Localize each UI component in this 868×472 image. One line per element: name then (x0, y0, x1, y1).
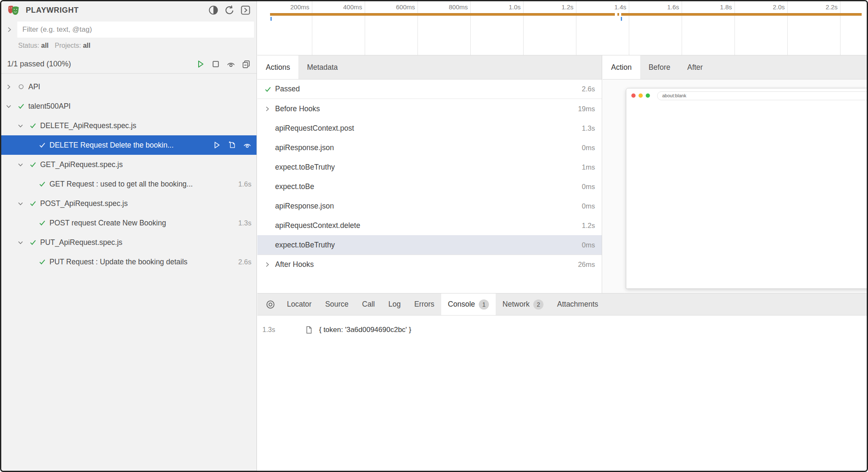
snapshot-panel: ActionBeforeAfter about:blank (603, 55, 867, 293)
check-icon (17, 102, 28, 110)
chevron-right-icon[interactable] (5, 84, 17, 90)
pick-locator-button[interactable] (260, 294, 280, 315)
chevron-right-icon[interactable] (264, 106, 275, 112)
check-icon (29, 122, 40, 129)
tree-item-label: PUT Request : Update the booking details (49, 258, 238, 266)
timeline-bar-gap (615, 13, 617, 16)
chevron-down-icon[interactable] (17, 162, 29, 168)
tab-actions-label: Actions (266, 63, 290, 72)
tab-after[interactable]: After (679, 55, 711, 79)
address-bar: about:blank (657, 91, 867, 100)
tab-log-label: Log (388, 300, 401, 309)
tree-item[interactable]: PUT_ApiRequest.spec.js (1, 233, 257, 252)
theme-toggle-icon[interactable] (208, 5, 218, 15)
check-icon (29, 161, 40, 168)
tab-call[interactable]: Call (355, 294, 382, 315)
chevron-down-icon[interactable] (17, 123, 29, 129)
tab-action-label: Action (611, 63, 632, 72)
chevron-down-icon[interactable] (17, 200, 29, 207)
tab-source[interactable]: Source (318, 294, 355, 315)
timeline-action-marker (270, 17, 272, 21)
sidebar: PLAYWRIGHT Status: all (1, 1, 257, 471)
action-row[interactable]: apiResponse.json0ms (257, 138, 602, 157)
tab-errors[interactable]: Errors (407, 294, 441, 315)
tab-before[interactable]: Before (640, 55, 679, 79)
chevron-down-icon[interactable] (17, 239, 29, 246)
test-duration: 2.6s (238, 258, 257, 266)
filter-input[interactable] (17, 22, 254, 38)
tree-item[interactable]: talent500API (1, 96, 257, 116)
tree-item[interactable]: PUT Request : Update the booking details… (1, 252, 257, 272)
action-row[interactable]: apiRequestContext.delete1.2s (257, 216, 602, 235)
tree-item[interactable]: DELETE_ApiRequest.spec.js (1, 116, 257, 135)
tree-item[interactable]: GET Request : used to get all the bookin… (1, 174, 257, 194)
action-row[interactable]: After Hooks26ms (257, 255, 602, 274)
filter-status-row[interactable]: Status: all Projects: all (1, 38, 257, 53)
check-icon (29, 200, 40, 207)
check-icon (264, 85, 275, 93)
action-row[interactable]: expect.toBeTruthy1ms (257, 157, 602, 177)
timeline-tick-label: 1.4s (597, 3, 626, 11)
watch-all-button[interactable] (227, 60, 235, 69)
tree-item[interactable]: POST request Create New Booking1.3s (1, 213, 257, 233)
tab-metadata[interactable]: Metadata (298, 55, 346, 79)
reload-icon[interactable] (224, 5, 235, 15)
tree-item[interactable]: GET_ApiRequest.spec.js (1, 155, 257, 174)
tab-network-label: Network (502, 300, 530, 309)
tree-item-label: DELETE Request Delete the bookin... (49, 141, 213, 150)
tab-network[interactable]: Network2 (496, 294, 550, 315)
stop-button[interactable] (211, 60, 220, 69)
timeline-gridline (312, 1, 312, 55)
test-tree: APItalent500APIDELETE_ApiRequest.spec.js… (1, 74, 257, 272)
console-timestamp: 1.3s (257, 326, 287, 334)
console-message: { token: '3a6d0094690c2bc' } (319, 326, 411, 334)
tab-log[interactable]: Log (382, 294, 407, 315)
timeline-gridline (523, 1, 524, 55)
action-row[interactable]: apiRequestContext.post1.3s (257, 118, 602, 138)
timeline-tick-label: 2.0s (755, 3, 785, 11)
tree-item[interactable]: POST_ApiRequest.spec.js (1, 194, 257, 213)
watch-test-button[interactable] (243, 141, 251, 149)
action-row[interactable]: apiResponse.json0ms (257, 196, 602, 216)
tab-locator[interactable]: Locator (280, 294, 318, 315)
actions-panel: ActionsMetadata Passed2.6sBefore Hooks19… (257, 55, 602, 293)
run-all-button[interactable] (196, 60, 205, 69)
projects-label: Projects: (55, 42, 81, 49)
timeline-gridline (365, 1, 365, 55)
chevron-right-icon[interactable] (264, 261, 275, 268)
timeline[interactable]: 200ms400ms600ms800ms1.0s1.2s1.4s1.6s1.8s… (257, 1, 867, 55)
circle-icon (17, 83, 28, 91)
tree-item-label: API (28, 82, 257, 91)
tab-console[interactable]: Console1 (441, 294, 496, 315)
tree-item[interactable]: API (1, 77, 257, 96)
chevron-right-icon[interactable] (1, 26, 17, 33)
action-row[interactable]: expect.toBe0ms (257, 177, 602, 196)
action-row[interactable]: Passed2.6s (257, 80, 602, 99)
collapse-sidebar-icon[interactable] (240, 5, 251, 15)
chevron-down-icon[interactable] (5, 103, 17, 110)
tab-actions[interactable]: Actions (257, 55, 298, 79)
tab-locator-label: Locator (287, 300, 311, 309)
show-source-button[interactable] (228, 141, 236, 149)
console-entry[interactable]: 1.3s{ token: '3a6d0094690c2bc' } (257, 321, 867, 338)
collapse-all-button[interactable] (242, 60, 251, 69)
timeline-gridline (470, 1, 471, 55)
tree-item[interactable]: DELETE Request Delete the bookin... (1, 135, 257, 155)
tree-item-label: DELETE_ApiRequest.spec.js (40, 121, 257, 130)
tab-count-badge: 2 (533, 299, 543, 310)
action-row[interactable]: expect.toBeTruthy0ms (257, 235, 602, 255)
action-duration: 0ms (582, 202, 595, 210)
tab-action[interactable]: Action (603, 55, 640, 79)
test-duration: 1.6s (238, 180, 257, 188)
check-icon (38, 141, 49, 149)
tab-attachments[interactable]: Attachments (550, 294, 605, 315)
check-icon (38, 258, 49, 266)
projects-value: all (83, 42, 90, 49)
pass-summary: 1/1 passed (100%) (7, 60, 190, 69)
action-row[interactable]: Before Hooks19ms (257, 99, 602, 118)
check-icon (38, 180, 49, 188)
tree-item-label: POST_ApiRequest.spec.js (40, 199, 257, 208)
action-duration: 1ms (582, 163, 595, 171)
run-test-button[interactable] (213, 141, 221, 149)
tab-errors-label: Errors (414, 300, 434, 309)
